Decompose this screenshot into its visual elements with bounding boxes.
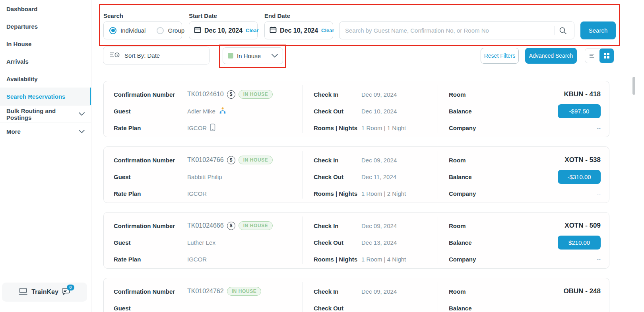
rooms-nights-value: 1 Room | 2 Night [361, 190, 406, 197]
card-divider [438, 282, 438, 312]
reservation-card[interactable]: Confirmation Number TK01024762 IN HOUSE … [103, 278, 609, 312]
status-badge: IN HOUSE [239, 221, 273, 230]
room-number: XOTN - 538 [564, 156, 601, 164]
room-label: Room [449, 222, 564, 229]
company-value: -- [597, 125, 601, 131]
sort-by-dropdown[interactable]: Sort By: Date [103, 47, 209, 64]
rooms-nights-value: 1 Room | 4 Night [361, 256, 406, 263]
sort-icon [110, 51, 120, 60]
balance-pill[interactable]: $210.00 [558, 236, 601, 250]
in-house-status-square [228, 53, 233, 58]
grid-view-icon[interactable] [599, 49, 614, 63]
guest-label: Guest [114, 108, 187, 115]
end-date-clear-button[interactable]: Clear [321, 27, 334, 33]
balance-pill[interactable]: -$97.50 [558, 104, 601, 118]
confirmation-number-label: Confirmation Number [114, 91, 187, 98]
confirmation-number: TK01024766 [187, 156, 224, 164]
company-value: -- [597, 190, 601, 197]
confirmation-number: TK01024666 [187, 222, 224, 229]
group-radio[interactable] [157, 27, 164, 34]
rate-plan-value: IGCOR [187, 125, 207, 131]
end-date-value: Dec 10, 2024 [280, 27, 318, 34]
room-label: Room [449, 91, 564, 98]
trainkey-widget[interactable]: TrainKey 0 [2, 283, 87, 302]
rate-plan-label: Rate Plan [114, 125, 187, 131]
check-in-label: Check In [314, 157, 361, 164]
check-out-date: Dec 13, 2024 [361, 239, 397, 246]
status-badge: IN HOUSE [227, 287, 262, 296]
sidebar-item-departures[interactable]: Departures [0, 18, 91, 35]
individual-radio-label: Individual [120, 27, 145, 34]
sidebar-item-more[interactable]: More [0, 123, 91, 140]
sidebar-item-label: Bulk Routing and Postings [6, 107, 79, 121]
guest-name: Adler Mike [187, 108, 215, 115]
check-in-date: Dec 09, 2024 [361, 157, 397, 164]
check-in-label: Check In [314, 91, 361, 98]
scrollbar-thumb[interactable] [632, 77, 635, 95]
check-in-date: Dec 09, 2024 [361, 222, 397, 229]
start-date-label: Start Date [189, 12, 217, 19]
search-section-label: Search [103, 12, 123, 19]
rate-plan-value: IGCOR [187, 256, 207, 263]
sidebar-item-dashboard[interactable]: Dashboard [0, 0, 91, 18]
balance-label: Balance [449, 305, 601, 312]
sidebar-item-label: Dashboard [6, 6, 37, 12]
chat-icon[interactable]: 0 [62, 288, 71, 297]
reservation-card[interactable]: Confirmation Number TK01024766 $ IN HOUS… [103, 146, 609, 203]
reset-filters-button[interactable]: Reset Filters [481, 48, 519, 64]
start-date-clear-button[interactable]: Clear [246, 27, 259, 33]
card-divider [303, 151, 303, 199]
dollar-circle-icon[interactable]: $ [227, 90, 235, 99]
confirmation-number-label: Confirmation Number [114, 288, 187, 295]
card-divider [438, 216, 438, 264]
sidebar-item-availability[interactable]: Availability [0, 70, 91, 88]
company-label: Company [449, 125, 597, 131]
search-field-divider [555, 26, 555, 35]
room-number: KBUN - 418 [564, 90, 601, 98]
dollar-circle-icon[interactable]: $ [227, 222, 235, 230]
status-badge: IN HOUSE [239, 90, 273, 99]
start-date-picker[interactable]: Dec 10, 2024 Clear [189, 21, 258, 39]
end-date-picker[interactable]: Dec 10, 2024 Clear [264, 21, 333, 39]
rooms-nights-label: Rooms | Nights [314, 190, 361, 197]
chevron-down-icon [79, 130, 85, 133]
advanced-search-button[interactable]: Advanced Search [525, 48, 577, 64]
status-filter-value: In House [237, 53, 268, 59]
room-label: Room [449, 288, 563, 295]
balance-pill[interactable]: -$310.00 [558, 170, 601, 184]
check-in-label: Check In [314, 222, 361, 229]
guest-label: Guest [114, 239, 187, 246]
sidebar-item-label: Search Reservations [6, 93, 65, 100]
check-out-date: Dec 11, 2024 [361, 174, 396, 180]
sidebar: Dashboard Departures In House Arrivals A… [0, 0, 91, 312]
check-out-date: Dec 10, 2024 [361, 108, 397, 115]
sidebar-item-in-house[interactable]: In House [0, 35, 91, 53]
sidebar-item-bulk-routing-and-postings[interactable]: Bulk Routing and Postings [0, 105, 91, 123]
reservation-card[interactable]: Confirmation Number TK01024610 $ IN HOUS… [103, 81, 609, 137]
balance-label: Balance [449, 239, 558, 246]
check-out-label: Check Out [314, 174, 361, 180]
confirmation-number-label: Confirmation Number [114, 157, 187, 164]
dollar-circle-icon[interactable]: $ [227, 156, 235, 164]
list-view-icon[interactable] [585, 49, 599, 63]
room-number: OBUN - 248 [563, 287, 601, 295]
reservation-list: Confirmation Number TK01024610 $ IN HOUS… [103, 81, 609, 312]
search-type-radio-group: Individual Group [103, 21, 182, 39]
start-date-value: Dec 10, 2024 [204, 27, 242, 34]
reservation-card[interactable]: Confirmation Number TK01024666 $ IN HOUS… [103, 212, 609, 269]
search-input[interactable] [344, 27, 553, 34]
guest-search-field [339, 21, 574, 39]
sidebar-item-label: Arrivals [6, 58, 29, 65]
guest-name: Luther Lex [187, 239, 215, 246]
mobile-device-icon [210, 123, 215, 133]
group-hierarchy-icon [219, 107, 227, 115]
company-value: -- [597, 256, 601, 263]
individual-radio[interactable] [109, 27, 116, 34]
calendar-icon [270, 26, 277, 35]
sidebar-item-search-reservations[interactable]: Search Reservations [0, 88, 91, 105]
sidebar-item-arrivals[interactable]: Arrivals [0, 53, 91, 70]
search-button[interactable]: Search [580, 21, 616, 39]
sidebar-item-label: Availability [6, 76, 38, 82]
search-icon[interactable] [557, 27, 569, 35]
status-filter-dropdown[interactable]: In House [223, 47, 283, 64]
